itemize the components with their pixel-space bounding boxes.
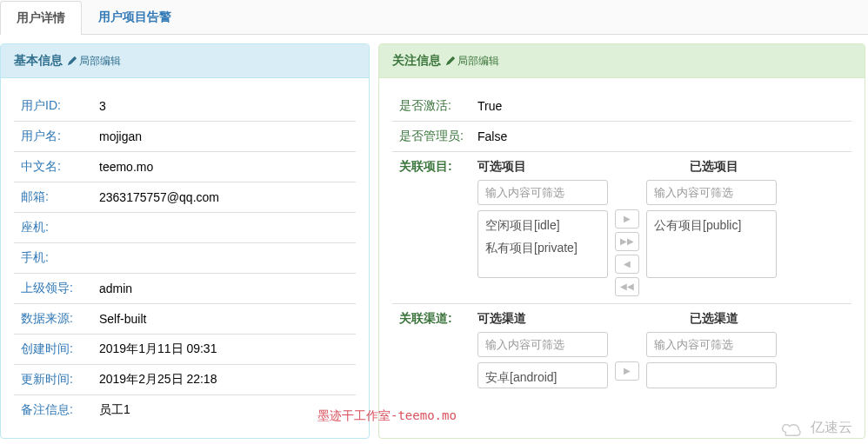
value-landline: [92, 213, 356, 243]
pencil-icon: [68, 56, 77, 65]
move-all-right-button[interactable]: ▶▶: [615, 232, 639, 251]
label-username: 用户名:: [14, 122, 92, 152]
brand-logo: 亿速云: [779, 419, 852, 437]
tab-bar: 用户详情 用户项目告警: [0, 0, 868, 35]
proj-avail-filter-input[interactable]: [477, 180, 608, 205]
basic-info-table: 用户ID:3 用户名:mojigan 中文名:teemo.mo 邮箱:23631…: [14, 91, 356, 425]
proj-sel-list[interactable]: 公有项目[public]: [646, 210, 777, 278]
list-item[interactable]: 公有项目[public]: [647, 215, 776, 237]
value-email: 2363175757@qq.com: [92, 182, 356, 213]
value-username: mojigan: [92, 122, 356, 152]
basic-info-edit-link[interactable]: 局部编辑: [68, 54, 121, 69]
basic-info-panel: 基本信息 局部编辑 用户ID:3 用户名:mojigan 中文名:teemo.m…: [0, 43, 370, 439]
follow-info-edit-link[interactable]: 局部编辑: [446, 54, 499, 69]
label-user-id: 用户ID:: [14, 91, 92, 122]
follow-info-title: 关注信息: [392, 53, 441, 69]
list-item[interactable]: 私有项目[private]: [478, 237, 607, 260]
label-assoc-channel: 关联渠道:: [392, 304, 471, 396]
proj-sel-filter-input[interactable]: [646, 180, 777, 205]
list-item[interactable]: 空闲项目[idle]: [478, 215, 607, 237]
watermark-text: 墨迹干工作室-teemo.mo: [317, 408, 457, 424]
chan-sel-list[interactable]: [646, 362, 777, 388]
follow-info-panel: 关注信息 局部编辑 是否激活:True 是否管理员:False 关联项目: 可选…: [378, 43, 865, 439]
pencil-icon: [446, 56, 455, 65]
label-remark: 备注信息:: [14, 395, 92, 426]
label-landline: 座机:: [14, 213, 92, 243]
label-email: 邮箱:: [14, 182, 92, 213]
tab-user-detail[interactable]: 用户详情: [0, 1, 82, 35]
label-active: 是否激活:: [392, 91, 471, 122]
chan-sel-filter-input[interactable]: [646, 332, 777, 357]
tab-user-project-alarm[interactable]: 用户项目告警: [82, 0, 188, 34]
label-cn-name: 中文名:: [14, 152, 92, 182]
value-active: True: [471, 91, 851, 122]
move-left-button[interactable]: ◀: [615, 255, 639, 274]
label-source: 数据来源:: [14, 304, 92, 335]
label-assoc-project: 关联项目:: [392, 152, 471, 304]
cloud-icon: [779, 421, 805, 436]
label-leader: 上级领导:: [14, 274, 92, 304]
basic-info-title: 基本信息: [14, 53, 63, 69]
chan-avail-head: 可选渠道: [477, 311, 526, 327]
move-right-button[interactable]: ▶: [615, 209, 639, 229]
value-updated: 2019年2月25日 22:18: [92, 365, 356, 395]
value-source: Self-built: [92, 304, 356, 335]
value-mobile: [92, 243, 356, 274]
proj-avail-list[interactable]: 空闲项目[idle] 私有项目[private]: [477, 210, 608, 278]
value-created: 2019年1月11日 09:31: [92, 335, 356, 365]
proj-sel-head: 已选项目: [690, 159, 738, 175]
proj-avail-head: 可选项目: [477, 159, 526, 175]
value-cn-name: teemo.mo: [92, 152, 356, 182]
follow-info-table: 是否激活:True 是否管理员:False 关联项目: 可选项目 已选项目: [392, 91, 851, 395]
value-leader: admin: [92, 274, 356, 304]
value-user-id: 3: [92, 91, 356, 122]
move-all-left-button[interactable]: ◀◀: [615, 277, 639, 296]
value-remark: 员工1: [92, 395, 356, 426]
chan-sel-head: 已选渠道: [690, 311, 738, 327]
chan-avail-filter-input[interactable]: [477, 332, 608, 357]
label-updated: 更新时间:: [14, 365, 92, 395]
chan-avail-list[interactable]: 安卓[android]: [477, 362, 608, 388]
label-mobile: 手机:: [14, 243, 92, 274]
label-admin: 是否管理员:: [392, 122, 471, 152]
label-created: 创建时间:: [14, 335, 92, 365]
list-item[interactable]: 安卓[android]: [478, 367, 607, 388]
move-right-button[interactable]: ▶: [615, 361, 639, 381]
value-admin: False: [471, 122, 851, 152]
